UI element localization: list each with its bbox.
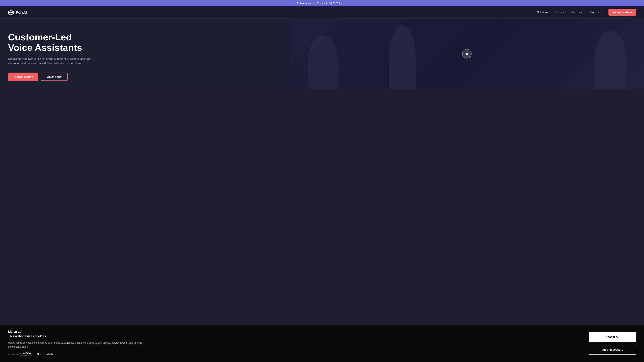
nav-product[interactable]: Product xyxy=(555,11,564,14)
cookie-buttons: Accept All Only Necessary xyxy=(589,332,636,355)
cookie-description: PolyAI relies on cookies to improve your… xyxy=(8,341,146,349)
hero-watch-button[interactable]: Watch video xyxy=(41,72,68,81)
cookie-listen-title: Listen up! xyxy=(8,330,146,334)
show-details-link[interactable]: Show details › xyxy=(37,353,55,356)
nav-solutions[interactable]: Solutions xyxy=(537,11,548,14)
cookie-banner: Listen up! This website uses cookies. Po… xyxy=(0,325,644,362)
top-banner[interactable]: PolyAI named to Forbes AI 50 2023 list → xyxy=(0,0,644,6)
cookie-content: Listen up! This website uses cookies. Po… xyxy=(8,330,146,357)
banner-text: PolyAI named to Forbes AI 50 2023 list xyxy=(297,2,342,4)
show-details-arrow-icon: › xyxy=(54,353,56,356)
accept-all-button[interactable]: Accept All xyxy=(589,332,636,342)
request-demo-button[interactable]: Request a demo xyxy=(608,9,636,16)
navbar: PolyAI Solutions Product Resources Compa… xyxy=(0,6,644,18)
powered-by-section: Powered by Cookiebot by Usercentrics xyxy=(8,352,32,357)
hero-section: Customer-Led Voice Assistants Consistent… xyxy=(0,18,644,89)
show-details-label: Show details xyxy=(37,353,53,356)
nav-links: Solutions Product Resources Company Requ… xyxy=(537,9,636,16)
cookiebot-logo: Cookiebot by Usercentrics xyxy=(20,352,32,357)
hero-cta-button[interactable]: Request a demo xyxy=(8,72,38,81)
hero-subtitle: Consistently deliver your best brand exp… xyxy=(8,57,98,66)
nav-resources[interactable]: Resources xyxy=(571,11,584,14)
cookie-lower-row: Powered by Cookiebot by Usercentrics Sho… xyxy=(8,352,146,357)
logo-text: PolyAI xyxy=(16,10,27,14)
only-necessary-button[interactable]: Only Necessary xyxy=(589,345,636,355)
hero-buttons: Request a demo Watch video xyxy=(8,72,353,81)
play-button[interactable]: ▶ xyxy=(462,49,472,58)
hero-title: Customer-Led Voice Assistants xyxy=(8,32,353,53)
cookie-main-title: This website uses cookies. xyxy=(8,335,146,338)
hero-content: Customer-Led Voice Assistants Consistent… xyxy=(8,29,353,81)
nav-company[interactable]: Company xyxy=(590,11,602,14)
cookiebot-name: Cookiebot xyxy=(20,352,31,355)
logo-icon xyxy=(8,9,14,15)
banner-arrow: → xyxy=(344,2,347,4)
powered-by-text: Powered by xyxy=(8,353,18,356)
cookiebot-sub: by Usercentrics xyxy=(20,355,32,357)
logo[interactable]: PolyAI xyxy=(8,9,27,15)
play-icon: ▶ xyxy=(466,52,469,56)
